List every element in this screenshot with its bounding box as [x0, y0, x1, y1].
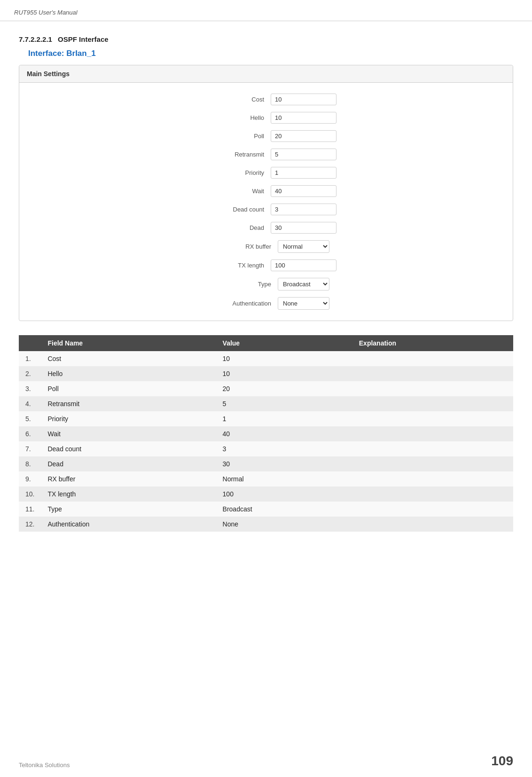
- row-value: 100: [216, 487, 352, 502]
- table-row: 8.Dead30: [19, 456, 513, 471]
- form-input-retransmit[interactable]: [271, 149, 336, 160]
- row-value: 30: [216, 456, 352, 471]
- form-row: TX length: [19, 256, 513, 275]
- form-label: Cost: [196, 96, 271, 103]
- form-label: Poll: [196, 133, 271, 140]
- form-row: TypeBroadcast: [19, 275, 513, 294]
- row-number: 11.: [19, 502, 41, 517]
- row-value: 3: [216, 441, 352, 456]
- form-input-wait[interactable]: [271, 185, 336, 197]
- row-value: 10: [216, 366, 352, 381]
- col-header-explanation: Explanation: [352, 335, 513, 351]
- form-label: Retransmit: [196, 151, 271, 158]
- form-select-authentication[interactable]: None: [278, 297, 329, 310]
- row-number: 12.: [19, 517, 41, 532]
- form-select-type[interactable]: Broadcast: [278, 278, 329, 290]
- table-row: 2.Hello10: [19, 366, 513, 381]
- table-row: 12.AuthenticationNone: [19, 517, 513, 532]
- row-explanation: [352, 351, 513, 366]
- row-field-name: Cost: [41, 351, 216, 366]
- section-name: OSPF Interface: [58, 35, 109, 43]
- table-header: Field Name Value Explanation: [19, 335, 513, 351]
- form-row: Wait: [19, 182, 513, 200]
- col-header-value: Value: [216, 335, 352, 351]
- form-row: AuthenticationNone: [19, 294, 513, 313]
- row-value: Broadcast: [216, 502, 352, 517]
- row-field-name: Priority: [41, 411, 216, 426]
- row-explanation: [352, 502, 513, 517]
- form-row: Retransmit: [19, 145, 513, 164]
- section-number: 7.7.2.2.2.1: [19, 35, 52, 43]
- row-number: 7.: [19, 441, 41, 456]
- row-number: 3.: [19, 381, 41, 396]
- row-explanation: [352, 381, 513, 396]
- row-field-name: Wait: [41, 426, 216, 441]
- page-header: RUT955 User's Manual: [0, 0, 532, 21]
- form-row: RX bufferNormal: [19, 237, 513, 256]
- form-input-priority[interactable]: [271, 167, 336, 179]
- row-field-name: Dead: [41, 456, 216, 471]
- row-number: 9.: [19, 471, 41, 487]
- row-number: 10.: [19, 487, 41, 502]
- row-field-name: TX length: [41, 487, 216, 502]
- page-content: 7.7.2.2.2.1 OSPF Interface Interface: Br…: [0, 21, 532, 569]
- form-label: Hello: [196, 114, 271, 121]
- form-label: Type: [203, 281, 278, 288]
- row-explanation: [352, 517, 513, 532]
- page-footer: Teltonika Solutions 109: [0, 753, 532, 769]
- row-number: 6.: [19, 426, 41, 441]
- row-explanation: [352, 396, 513, 411]
- row-explanation: [352, 441, 513, 456]
- row-explanation: [352, 366, 513, 381]
- table-body: 1.Cost102.Hello103.Poll204.Retransmit55.…: [19, 351, 513, 532]
- row-value: 40: [216, 426, 352, 441]
- form-label: RX buffer: [203, 243, 278, 250]
- row-explanation: [352, 471, 513, 487]
- form-input-dead[interactable]: [271, 222, 336, 234]
- form-select-rx-buffer[interactable]: Normal: [278, 240, 329, 253]
- row-field-name: Retransmit: [41, 396, 216, 411]
- form-row: Dead: [19, 219, 513, 237]
- form-label: TX length: [196, 262, 271, 269]
- row-explanation: [352, 456, 513, 471]
- row-value: 5: [216, 396, 352, 411]
- row-field-name: RX buffer: [41, 471, 216, 487]
- row-field-name: Authentication: [41, 517, 216, 532]
- row-value: None: [216, 517, 352, 532]
- row-explanation: [352, 411, 513, 426]
- form-input-cost[interactable]: [271, 94, 336, 105]
- row-value: 1: [216, 411, 352, 426]
- form-input-tx-length[interactable]: [271, 259, 336, 271]
- form-label: Dead count: [196, 206, 271, 213]
- settings-body: CostHelloPollRetransmitPriorityWaitDead …: [19, 83, 513, 321]
- section-heading: 7.7.2.2.2.1 OSPF Interface: [19, 35, 513, 43]
- form-label: Dead: [196, 224, 271, 231]
- form-input-hello[interactable]: [271, 112, 336, 124]
- form-input-poll[interactable]: [271, 130, 336, 142]
- table-row: 11.TypeBroadcast: [19, 502, 513, 517]
- row-field-name: Hello: [41, 366, 216, 381]
- page-number: 109: [491, 753, 513, 769]
- table-row: 9.RX bufferNormal: [19, 471, 513, 487]
- form-input-dead-count[interactable]: [271, 204, 336, 215]
- form-label: Priority: [196, 169, 271, 176]
- form-row: Dead count: [19, 200, 513, 219]
- row-field-name: Dead count: [41, 441, 216, 456]
- form-row: Priority: [19, 164, 513, 182]
- form-row: Poll: [19, 127, 513, 145]
- row-value: 10: [216, 351, 352, 366]
- row-number: 5.: [19, 411, 41, 426]
- form-label: Wait: [196, 188, 271, 195]
- table-row: 4.Retransmit5: [19, 396, 513, 411]
- row-number: 1.: [19, 351, 41, 366]
- table-row: 3.Poll20: [19, 381, 513, 396]
- row-number: 2.: [19, 366, 41, 381]
- table-row: 7.Dead count3: [19, 441, 513, 456]
- row-field-name: Type: [41, 502, 216, 517]
- data-table: Field Name Value Explanation 1.Cost102.H…: [19, 335, 513, 532]
- table-row: 5.Priority1: [19, 411, 513, 426]
- row-value: 20: [216, 381, 352, 396]
- table-row: 10.TX length100: [19, 487, 513, 502]
- manual-title: RUT955 User's Manual: [14, 9, 78, 16]
- row-value: Normal: [216, 471, 352, 487]
